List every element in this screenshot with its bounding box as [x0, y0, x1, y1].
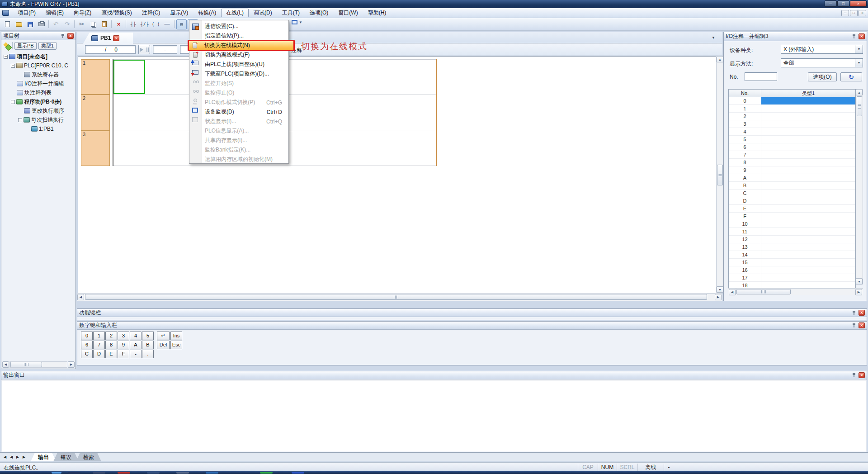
table-row[interactable]: 8 [729, 159, 855, 166]
edit-cursor[interactable] [113, 60, 145, 94]
key-esc[interactable]: Esc [170, 341, 182, 349]
type1-cell[interactable] [761, 228, 855, 235]
collapse-icon[interactable] [11, 100, 15, 104]
rung-cell[interactable]: 3 [81, 131, 110, 166]
menu-item-shared-memory[interactable]: 共享内存显示(I)... [189, 136, 288, 145]
type1-cell[interactable] [761, 259, 855, 266]
tree-node-exec-order[interactable]: 更改执行顺序 [2, 106, 75, 115]
tree-node-system-registers[interactable]: 系统寄存器 [2, 70, 75, 79]
save-button[interactable] [25, 19, 35, 29]
table-row[interactable]: A [729, 174, 855, 182]
type1-cell[interactable] [761, 220, 855, 228]
tree-node-program-blocks[interactable]: 程序块(PB-0步) [2, 97, 75, 106]
key-del[interactable]: Del [157, 341, 170, 349]
table-row[interactable]: 10 [729, 220, 855, 228]
options-button[interactable]: 选项(O) [808, 72, 837, 81]
table-vscrollbar[interactable]: ▲ ▼ [856, 89, 863, 284]
refresh-button[interactable]: ↻ [840, 72, 862, 81]
table-row[interactable]: B [729, 182, 855, 190]
table-row[interactable]: 1 [729, 105, 855, 113]
col-no[interactable]: No. [729, 90, 761, 97]
redo-button[interactable]: ↷ [62, 19, 72, 29]
menu-help[interactable]: 帮助(H) [363, 9, 392, 17]
panel-close-button[interactable]: × [859, 310, 865, 316]
tree-node-io-comment[interactable]: I/O注释一并编辑 [2, 79, 75, 88]
scroll-left-button[interactable]: ◀ [729, 289, 736, 295]
scroll-right-button[interactable]: ▶ [715, 294, 722, 300]
key-8[interactable]: 8 [105, 341, 117, 349]
paste-button[interactable] [99, 19, 109, 29]
collapse-icon[interactable] [18, 118, 22, 122]
key-dot[interactable]: . [142, 350, 154, 358]
menu-item-memory-init[interactable]: 运算用内存区域的初始化(M) [189, 155, 288, 164]
type1-cell[interactable] [761, 120, 855, 128]
type1-cell[interactable] [761, 243, 855, 251]
tree-node-scan-exec[interactable]: 每次扫描执行 [2, 115, 75, 124]
tab-search[interactable]: 检索 [76, 453, 101, 461]
pin-icon[interactable] [852, 34, 856, 39]
menu-item-plc-info[interactable]: PLC信息显示(A)... [189, 126, 288, 136]
rung-cell[interactable]: 2 [81, 95, 110, 131]
col-type1[interactable]: 类型1 [761, 90, 855, 97]
menu-convert[interactable]: 转换(A) [193, 9, 221, 17]
key-minus[interactable]: - [130, 350, 142, 358]
type1-cell[interactable] [761, 197, 855, 204]
menu-online[interactable]: 在线(L) [221, 9, 249, 17]
table-row[interactable]: D [729, 197, 855, 205]
collapse-icon[interactable] [4, 55, 8, 59]
panel-close-button[interactable]: × [859, 372, 865, 378]
type1-cell[interactable] [761, 236, 855, 243]
menu-edit[interactable]: 编辑(E) [41, 9, 69, 17]
key-0[interactable]: 0 [81, 332, 93, 340]
type1-cell[interactable] [761, 251, 855, 258]
first-tab-button[interactable]: ◀ [2, 454, 8, 461]
table-row[interactable]: 0 [729, 97, 855, 105]
pin-icon[interactable] [852, 373, 856, 378]
key-4[interactable]: 4 [130, 332, 142, 340]
panel-close-button[interactable]: × [859, 33, 865, 39]
pin-icon[interactable] [852, 323, 856, 328]
table-row[interactable]: E [729, 205, 855, 213]
key-6[interactable]: 6 [81, 341, 93, 349]
menu-project[interactable]: 项目(P) [13, 9, 41, 17]
menu-item-switch-offline-mode[interactable]: 切换为离线模式(F) [189, 50, 288, 60]
delete-button[interactable]: × [113, 19, 124, 29]
table-row[interactable]: F [729, 213, 855, 220]
key-7[interactable]: 7 [93, 341, 105, 349]
type1-cell[interactable] [761, 174, 855, 181]
table-row[interactable]: 14 [729, 251, 855, 259]
menu-item-upload-from-plc[interactable]: 由PLC上载(项目整体)(U) [189, 60, 288, 69]
tab-output[interactable]: 输出 [31, 453, 56, 461]
tree-node-pb1[interactable]: 1:PB1 [2, 124, 75, 133]
scrollbar-thumb[interactable] [85, 294, 707, 300]
maximize-button[interactable]: □ [837, 0, 849, 7]
tab-close-button[interactable]: × [113, 35, 119, 41]
mdi-close-button[interactable]: × [859, 10, 866, 16]
last-tab-button[interactable]: ▶ [21, 454, 27, 461]
type1-cell[interactable] [761, 128, 855, 135]
prev-tab-button[interactable]: ◀ [8, 454, 14, 461]
io-hscrollbar[interactable]: ◀ ▶ [728, 288, 863, 295]
open-button[interactable] [14, 19, 24, 29]
menu-item-device-monitor[interactable]: 设备监视(D) Ctrl+D [189, 107, 288, 117]
tab-errors[interactable]: 错误 [53, 453, 79, 461]
key-b[interactable]: B [142, 341, 154, 349]
type1-cell[interactable] [761, 159, 855, 166]
display-dropdown[interactable]: ▼ [292, 20, 302, 24]
editor-hscrollbar[interactable]: ◀ ▶ [77, 293, 722, 301]
type1-cell-selected[interactable] [761, 97, 855, 104]
undo-button[interactable]: ↶ [51, 19, 61, 29]
key-5[interactable]: 5 [142, 332, 154, 340]
table-row[interactable]: 4 [729, 128, 855, 136]
key-e[interactable]: E [105, 350, 117, 358]
scrollbar-thumb[interactable] [857, 96, 862, 116]
key-a[interactable]: A [130, 341, 142, 349]
ladder-contact-not-button[interactable]: ┤/├ [139, 19, 150, 29]
scroll-up-button[interactable]: ▲ [856, 89, 863, 95]
menu-debug[interactable]: 调试(D) [249, 9, 277, 17]
table-row[interactable]: 9 [729, 166, 855, 174]
type1-cell[interactable] [761, 113, 855, 120]
scroll-left-button[interactable]: ◀ [2, 361, 9, 368]
menu-wizard[interactable]: 向导(Z) [69, 9, 96, 17]
mdi-minimize-button[interactable]: ─ [841, 10, 849, 16]
